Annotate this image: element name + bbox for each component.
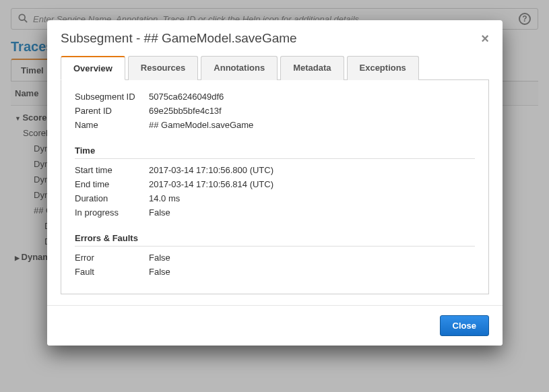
svg-point-0 <box>19 14 25 20</box>
tab-resources[interactable]: Resources <box>128 56 198 80</box>
svg-line-1 <box>24 20 27 22</box>
modal-title: Subsegment - ## GameModel.saveGame <box>61 31 297 46</box>
field-row: Duration 14.0 ms <box>75 191 475 205</box>
modal-body: Overview Resources Annotations Metadata … <box>47 55 503 305</box>
section-errors-header: Errors & Faults <box>75 229 475 247</box>
tab-exceptions[interactable]: Exceptions <box>347 56 419 80</box>
field-key: Subsegment ID <box>75 92 149 102</box>
field-value: ## GameModel.saveGame <box>149 120 253 130</box>
field-key: End time <box>75 179 149 189</box>
field-key: Duration <box>75 193 149 203</box>
modal-footer: Close <box>47 305 503 346</box>
tab-metadata[interactable]: Metadata <box>280 56 344 80</box>
section-time-header: Time <box>75 141 475 159</box>
search-icon <box>18 13 28 25</box>
field-row: Fault False <box>75 265 475 279</box>
field-row: Parent ID 69e25bb5bfe4c13f <box>75 104 475 118</box>
field-value: 69e25bb5bfe4c13f <box>149 106 222 116</box>
field-row: End time 2017-03-14 17:10:56.814 (UTC) <box>75 177 475 191</box>
field-row: Start time 2017-03-14 17:10:56.800 (UTC) <box>75 163 475 177</box>
field-value: 14.0 ms <box>149 193 180 203</box>
field-row: Error False <box>75 251 475 265</box>
tab-annotations[interactable]: Annotations <box>201 56 278 80</box>
close-icon[interactable]: × <box>481 32 489 45</box>
field-row: Subsegment ID 5075ca6246049df6 <box>75 90 475 104</box>
field-key: Fault <box>75 267 149 277</box>
field-row: Name ## GameModel.saveGame <box>75 118 475 132</box>
col-name: Name <box>15 88 38 98</box>
field-value: 2017-03-14 17:10:56.800 (UTC) <box>149 165 273 175</box>
field-value: False <box>149 253 170 263</box>
close-button[interactable]: Close <box>440 315 489 336</box>
field-value: 5075ca6246049df6 <box>149 92 224 102</box>
modal-tabs: Overview Resources Annotations Metadata … <box>61 55 489 80</box>
field-value: False <box>149 267 170 277</box>
modal-header: Subsegment - ## GameModel.saveGame × <box>47 20 503 55</box>
field-key: In progress <box>75 207 149 218</box>
field-value: False <box>149 207 170 218</box>
field-key: Name <box>75 120 149 130</box>
overview-panel: Subsegment ID 5075ca6246049df6 Parent ID… <box>61 80 489 294</box>
field-key: Error <box>75 253 149 263</box>
help-icon[interactable]: ? <box>519 13 531 25</box>
tab-overview[interactable]: Overview <box>61 56 125 80</box>
field-row: In progress False <box>75 205 475 220</box>
field-value: 2017-03-14 17:10:56.814 (UTC) <box>149 179 273 189</box>
subsegment-modal: Subsegment - ## GameModel.saveGame × Ove… <box>47 20 503 346</box>
field-key: Parent ID <box>75 106 149 116</box>
field-key: Start time <box>75 165 149 175</box>
